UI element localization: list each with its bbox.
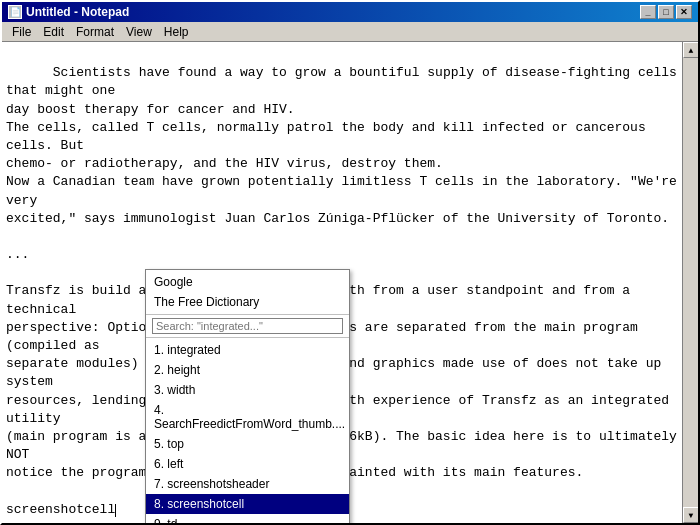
close-button[interactable]: ✕ <box>676 5 692 19</box>
menu-help[interactable]: Help <box>158 24 195 40</box>
content-area: Scientists have found a way to grow a bo… <box>2 42 698 523</box>
dropdown-item-8[interactable]: 8. screenshotcell <box>146 494 349 514</box>
title-bar-left: 📄 Untitled - Notepad <box>8 5 129 19</box>
dropdown-list: 1. integrated 2. height 3. width 4. Sear… <box>146 338 349 523</box>
autocomplete-dropdown[interactable]: Google The Free Dictionary 1. integrated… <box>145 269 350 523</box>
dropdown-item-9[interactable]: 9. td <box>146 514 349 523</box>
menu-edit[interactable]: Edit <box>37 24 70 40</box>
window-title: Untitled - Notepad <box>26 5 129 19</box>
dropdown-item-6[interactable]: 6. left <box>146 454 349 474</box>
title-bar-buttons: _ □ ✕ <box>640 5 692 19</box>
search-input[interactable] <box>152 318 343 334</box>
vertical-scrollbar[interactable]: ▲ ▼ <box>682 42 698 523</box>
menu-file[interactable]: File <box>6 24 37 40</box>
dropdown-item-5[interactable]: 5. top <box>146 434 349 454</box>
dropdown-item-1[interactable]: 1. integrated <box>146 340 349 360</box>
minimize-button[interactable]: _ <box>640 5 656 19</box>
dropdown-item-3[interactable]: 3. width <box>146 380 349 400</box>
menu-format[interactable]: Format <box>70 24 120 40</box>
dropdown-item-7[interactable]: 7. screenshotsheader <box>146 474 349 494</box>
menu-view[interactable]: View <box>120 24 158 40</box>
scroll-track[interactable] <box>683 58 698 507</box>
title-bar: 📄 Untitled - Notepad _ □ ✕ <box>2 2 698 22</box>
scroll-down-button[interactable]: ▼ <box>683 507 698 523</box>
text-cursor <box>115 504 116 517</box>
dropdown-top-section: Google The Free Dictionary <box>146 270 349 315</box>
dropdown-item-4[interactable]: 4. SearchFreedictFromWord_thumb.... <box>146 400 349 434</box>
dropdown-item-freedict[interactable]: The Free Dictionary <box>146 292 349 312</box>
dropdown-search[interactable] <box>146 315 349 338</box>
dropdown-item-2[interactable]: 2. height <box>146 360 349 380</box>
menu-bar: File Edit Format View Help <box>2 22 698 42</box>
main-window: 📄 Untitled - Notepad _ □ ✕ File Edit For… <box>0 0 700 525</box>
app-icon: 📄 <box>8 5 22 19</box>
maximize-button[interactable]: □ <box>658 5 674 19</box>
dropdown-item-google[interactable]: Google <box>146 272 349 292</box>
scroll-up-button[interactable]: ▲ <box>683 42 698 58</box>
